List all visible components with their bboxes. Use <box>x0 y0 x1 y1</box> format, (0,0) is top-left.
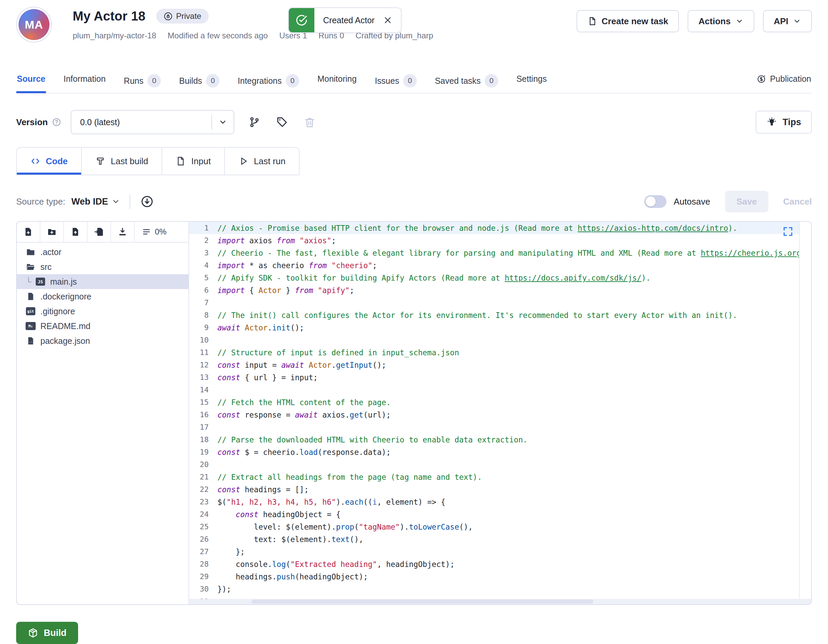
lightbulb-icon <box>767 117 777 127</box>
line-number: 24 <box>189 510 218 519</box>
tab-runs[interactable]: Runs0 <box>123 71 162 96</box>
view-tab-input[interactable]: Input <box>162 148 225 175</box>
file-item-readme-md[interactable]: M↓README.md <box>17 319 188 334</box>
lock-circle-icon <box>163 12 172 21</box>
version-select-value: 0.0 (latest) <box>71 118 212 127</box>
count-badge: 0 <box>403 74 417 88</box>
version-select[interactable]: 0.0 (latest) <box>71 110 234 134</box>
file-item-main-js[interactable]: └JSmain.js <box>17 274 188 289</box>
actions-button[interactable]: Actions <box>688 10 754 32</box>
autosave-toggle[interactable] <box>644 195 666 208</box>
folder-icon <box>25 247 36 257</box>
code-line: 19const $ = cheerio.load(response.data); <box>189 446 799 458</box>
upload-file-icon[interactable] <box>64 222 88 242</box>
line-number: 14 <box>189 385 218 394</box>
new-folder-icon[interactable] <box>41 222 64 242</box>
code-line: 7 <box>189 296 799 309</box>
code-line: 18// Parse the downloaded HTML with Chee… <box>189 433 799 446</box>
code-editor[interactable]: 1// Axios - Promise based HTTP client fo… <box>189 222 811 604</box>
code-line: 16const response = await axios.get(url); <box>189 409 799 421</box>
actor-detail-page: MA My Actor 18 Private plum_harp/my-acto… <box>0 0 828 644</box>
tab-builds[interactable]: Builds0 <box>179 71 220 96</box>
line-number: 20 <box>189 460 218 469</box>
file-item--gitignore[interactable]: git.gitignore <box>17 304 188 319</box>
play-icon <box>238 156 248 166</box>
download-zip-icon[interactable] <box>111 222 135 242</box>
tab-label: Runs <box>124 76 143 86</box>
code-line: 1// Axios - Promise based HTTP client fo… <box>189 222 799 234</box>
file-panel: 0% .actorsrc└JSmain.js.dockerignoregit.g… <box>17 222 189 604</box>
tab-publication[interactable]: Publication <box>756 71 812 92</box>
file-item-package-json[interactable]: {..}package.json <box>17 334 188 348</box>
tab-label: Integrations <box>238 76 282 86</box>
view-tab-code[interactable]: Code <box>17 148 82 175</box>
folder-open-icon <box>25 262 36 271</box>
code-line: 31 <box>189 595 799 599</box>
count-badge: 0 <box>147 74 161 88</box>
toast-close-icon[interactable] <box>383 8 401 32</box>
line-number: 23 <box>189 498 218 506</box>
code-line: 21// Extract all headings from the page … <box>189 471 799 483</box>
line-number: 17 <box>189 423 218 431</box>
tab-saved-tasks[interactable]: Saved tasks0 <box>434 71 499 96</box>
tab-label: Source <box>17 74 45 84</box>
api-button[interactable]: API <box>763 10 812 32</box>
toast-message: Created Actor <box>314 8 383 32</box>
tab-integrations[interactable]: Integrations0 <box>237 71 300 96</box>
code-line: 15// Fetch the HTML content of the page. <box>189 396 799 409</box>
line-number: 12 <box>189 361 218 369</box>
vertical-scrollbar[interactable] <box>799 222 811 599</box>
fullscreen-icon[interactable] <box>782 226 794 237</box>
tab-label: Builds <box>179 76 202 86</box>
list-icon <box>142 227 151 236</box>
line-number: 15 <box>189 398 218 406</box>
visibility-badge-label: Private <box>176 11 201 21</box>
file-item--dockerignore[interactable]: .dockerignore <box>17 289 188 304</box>
new-file-icon[interactable] <box>17 222 41 242</box>
file-item-src[interactable]: src <box>17 259 188 274</box>
save-button[interactable]: Save <box>725 191 768 212</box>
tab-monitoring[interactable]: Monitoring <box>317 71 358 92</box>
tag-icon[interactable] <box>274 115 290 130</box>
tab-issues[interactable]: Issues0 <box>374 71 417 96</box>
file-item--actor[interactable]: .actor <box>17 244 188 259</box>
view-tab-last-build[interactable]: Last build <box>82 148 162 175</box>
tab-source[interactable]: Source <box>16 71 46 92</box>
line-number: 18 <box>189 436 218 444</box>
avatar-initials: MA <box>25 18 44 31</box>
line-number: 13 <box>189 373 218 382</box>
code-line: 4import * as cheerio from "cheerio"; <box>189 259 799 271</box>
file-name: .dockerignore <box>41 292 91 301</box>
rename-file-icon[interactable] <box>88 222 111 242</box>
code-line: 14 <box>189 384 799 396</box>
editor-view-tabs: CodeLast buildInputLast run <box>16 147 300 175</box>
coverage-indicator[interactable]: 0% <box>135 222 174 242</box>
source-type-label: Source type: <box>16 196 65 207</box>
tab-information[interactable]: Information <box>63 71 107 92</box>
tips-button[interactable]: Tips <box>756 111 812 133</box>
line-number: 10 <box>189 336 218 344</box>
avatar: MA <box>16 7 52 42</box>
git-branch-icon[interactable] <box>247 115 262 130</box>
line-number: 9 <box>189 323 218 332</box>
code-line: 13const { url } = input; <box>189 371 799 384</box>
source-type-select[interactable]: Web IDE <box>71 196 120 207</box>
help-icon[interactable] <box>52 118 61 127</box>
view-tab-last-run[interactable]: Last run <box>225 148 299 175</box>
hammer-icon <box>95 156 105 166</box>
tab-settings[interactable]: Settings <box>516 71 547 92</box>
line-number: 3 <box>189 249 218 257</box>
line-number: 8 <box>189 311 218 319</box>
create-new-task-button[interactable]: Create new task <box>577 10 679 32</box>
line-number: 30 <box>189 585 218 593</box>
code-line: 8// The init() call configures the Actor… <box>189 309 799 321</box>
file-name: package.json <box>41 336 90 346</box>
build-button[interactable]: Build <box>16 622 78 644</box>
horizontal-scrollbar[interactable] <box>189 599 811 604</box>
chevron-down-icon <box>111 197 120 206</box>
cancel-button[interactable]: Cancel <box>783 196 812 207</box>
line-number: 5 <box>189 274 218 282</box>
tab-label: Monitoring <box>317 74 357 84</box>
line-number: 29 <box>189 572 218 581</box>
download-source-icon[interactable] <box>140 194 155 209</box>
